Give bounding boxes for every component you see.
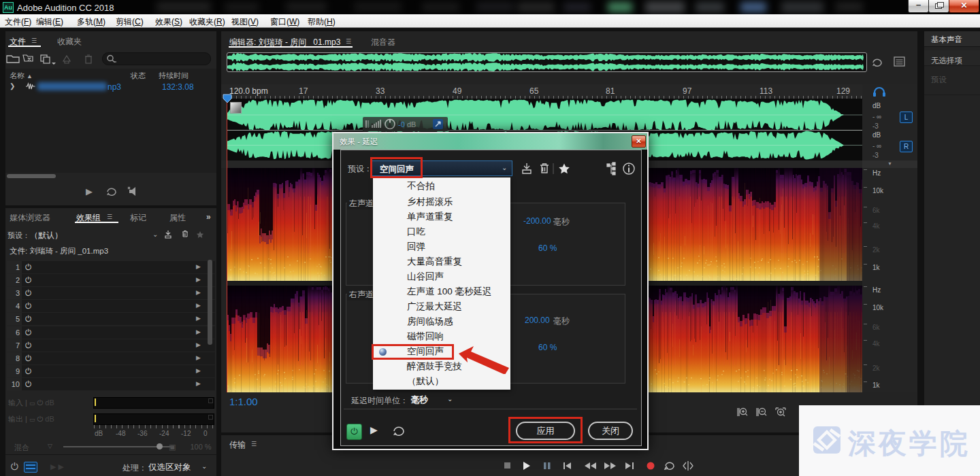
svg-text:-0: -0 xyxy=(398,120,405,129)
svg-text:dB: dB xyxy=(407,120,416,129)
